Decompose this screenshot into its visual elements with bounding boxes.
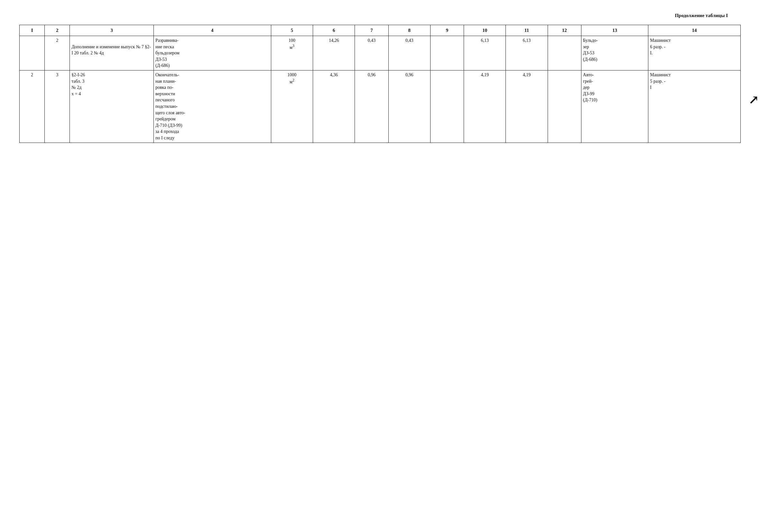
header-col14: 14 <box>648 25 741 36</box>
header-col8: 8 <box>388 25 430 36</box>
header-col6: 6 <box>313 25 355 36</box>
row2-col10: 4,19 <box>464 70 506 143</box>
row2-col2: 3 <box>45 70 70 143</box>
header-col11: 11 <box>506 25 547 36</box>
row2-col4: Окончатель-ная плани-ровка по-верхностип… <box>154 70 271 143</box>
row1-col2: 2 <box>45 36 70 71</box>
row2-col14: Машинист5 разр. -I <box>648 70 741 143</box>
header-col2: 2 <box>45 25 70 36</box>
header-col3: 3 <box>70 25 154 36</box>
row2-col5: 1000м2 <box>271 70 313 143</box>
row1-col7: 0,43 <box>355 36 388 71</box>
row1-col13-text: Бульдо-зерДЗ-53(Д-686) <box>583 38 598 62</box>
row1-col10: 6,13 <box>464 36 506 71</box>
header-col10: 10 <box>464 25 506 36</box>
table-wrapper: I 2 3 4 5 6 7 8 9 10 11 12 13 14 2 <box>19 25 741 143</box>
page-title: Продолжение таблицы I <box>19 13 741 18</box>
row1-col4-text: Разравнива-ние пескабульдозеромДЗ-53(Д-6… <box>156 38 179 68</box>
side-symbol: ↗ <box>749 93 758 107</box>
header-col7: 7 <box>355 25 388 36</box>
row1-col4: Разравнива-ние пескабульдозеромДЗ-53(Д-6… <box>154 36 271 71</box>
row1-col3: Дополнение и изменение выпуск № 7 §2-I 2… <box>70 36 154 71</box>
header-col13: 13 <box>581 25 648 36</box>
row2-col1: 2 <box>20 70 45 143</box>
table-row-1: 2 Дополнение и изменение выпуск № 7 §2-I… <box>20 36 741 71</box>
row1-col6: 14,26 <box>313 36 355 71</box>
row2-col14-text: Машинист5 разр. -I <box>650 73 671 90</box>
row2-col12 <box>547 70 581 143</box>
row1-col5: 100м3 <box>271 36 313 71</box>
table-row-2: 2 3 §2-I-26табл. 3№ 2дx = 4 Окончатель-н… <box>20 70 741 143</box>
main-table: I 2 3 4 5 6 7 8 9 10 11 12 13 14 2 <box>19 25 741 143</box>
row2-col3-text: §2-I-26табл. 3№ 2дx = 4 <box>71 73 85 96</box>
row2-col11: 4,19 <box>506 70 547 143</box>
row2-col8: 0,96 <box>388 70 430 143</box>
row2-col13-text: Авто-грей-дерДЗ-99(Д-710) <box>583 73 597 102</box>
row1-col13: Бульдо-зерДЗ-53(Д-686) <box>581 36 648 71</box>
row2-col7: 0,96 <box>355 70 388 143</box>
row1-col11: 6,13 <box>506 36 547 71</box>
row2-col9 <box>430 70 464 143</box>
row2-col4-text: Окончатель-ная плани-ровка по-верхностип… <box>156 73 185 140</box>
row1-col14-text: Машинист6 разр. -I. <box>650 38 671 55</box>
row2-col6: 4,36 <box>313 70 355 143</box>
row1-col9 <box>430 36 464 71</box>
header-col1: I <box>20 25 45 36</box>
row1-col8: 0,43 <box>388 36 430 71</box>
row1-col1 <box>20 36 45 71</box>
row1-col3-text: Дополнение и изменение выпуск № 7 §2-I 2… <box>71 44 151 56</box>
row2-col13: Авто-грей-дерДЗ-99(Д-710) <box>581 70 648 143</box>
header-col4: 4 <box>154 25 271 36</box>
row1-col14: Машинист6 разр. -I. <box>648 36 741 71</box>
row2-col3: §2-I-26табл. 3№ 2дx = 4 <box>70 70 154 143</box>
header-col9: 9 <box>430 25 464 36</box>
header-row: I 2 3 4 5 6 7 8 9 10 11 12 13 14 <box>20 25 741 36</box>
row1-col12 <box>547 36 581 71</box>
header-col5: 5 <box>271 25 313 36</box>
header-col12: 12 <box>547 25 581 36</box>
